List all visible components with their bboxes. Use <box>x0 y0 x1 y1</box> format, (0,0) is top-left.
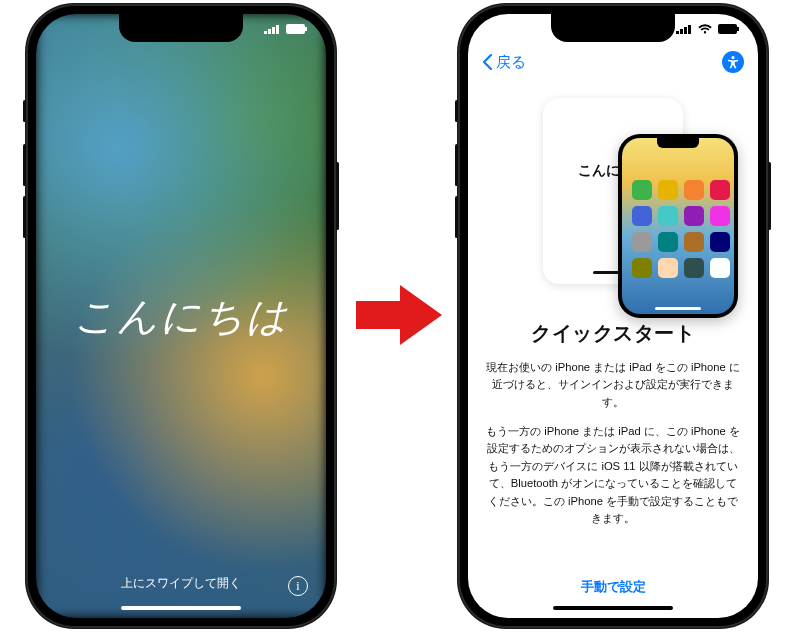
svg-rect-8 <box>680 29 683 34</box>
svg-rect-11 <box>718 24 737 34</box>
volume-down-button[interactable] <box>23 196 26 238</box>
mini-home-indicator <box>655 307 701 310</box>
mini-app-icon <box>684 180 704 200</box>
home-indicator[interactable] <box>553 606 673 610</box>
quickstart-illustration: こんにちは <box>468 98 758 308</box>
mini-app-icon <box>658 180 678 200</box>
mini-app-icon <box>710 180 730 200</box>
svg-rect-7 <box>676 31 679 34</box>
notch <box>551 14 675 42</box>
arrow-right-icon <box>356 276 442 354</box>
notch <box>119 14 243 42</box>
mini-app-icon <box>632 206 652 226</box>
status-bar <box>676 22 740 36</box>
cellular-icon <box>264 24 280 34</box>
svg-rect-5 <box>305 27 307 31</box>
svg-rect-10 <box>688 25 691 34</box>
svg-point-13 <box>731 56 734 59</box>
mute-switch[interactable] <box>455 100 458 122</box>
info-icon: i <box>296 579 299 594</box>
hello-text: こんにちは <box>36 14 326 618</box>
side-button[interactable] <box>768 162 771 230</box>
wifi-icon <box>698 24 712 34</box>
volume-up-button[interactable] <box>455 144 458 186</box>
info-button[interactable]: i <box>288 576 308 596</box>
mini-app-icon <box>684 258 704 278</box>
nav-bar: 戻る <box>468 48 758 76</box>
mini-app-icon <box>710 206 730 226</box>
mini-app-grid <box>632 180 724 278</box>
iphone-hello: こんにちは 上にスワイプして開く i <box>26 4 336 628</box>
accessibility-button[interactable] <box>722 51 744 73</box>
screen-hello[interactable]: こんにちは 上にスワイプして開く i <box>36 14 326 618</box>
swipe-hint[interactable]: 上にスワイプして開く <box>36 575 326 592</box>
svg-marker-6 <box>356 285 442 345</box>
quickstart-paragraph-2: もう一方の iPhone または iPad に、この iPhone を設定するた… <box>486 423 740 527</box>
mini-app-icon <box>658 232 678 252</box>
quickstart-body: クイックスタート 現在お使いの iPhone または iPad をこの iPho… <box>486 320 740 580</box>
cellular-icon <box>676 24 692 34</box>
svg-rect-12 <box>737 27 739 31</box>
screen-quickstart: 戻る こんにちは <box>468 14 758 618</box>
battery-icon <box>718 24 740 34</box>
svg-rect-4 <box>286 24 305 34</box>
mini-app-icon <box>710 232 730 252</box>
svg-rect-2 <box>272 27 275 34</box>
mini-app-icon <box>684 206 704 226</box>
mute-switch[interactable] <box>23 100 26 122</box>
svg-rect-9 <box>684 27 687 34</box>
svg-rect-0 <box>264 31 267 34</box>
setup-manually-link[interactable]: 手動で設定 <box>468 578 758 596</box>
mini-app-icon <box>632 232 652 252</box>
mini-notch <box>657 138 699 148</box>
quickstart-paragraph-1: 現在お使いの iPhone または iPad をこの iPhone に近づけると… <box>486 359 740 411</box>
mini-app-icon <box>684 232 704 252</box>
back-button[interactable]: 戻る <box>482 53 526 72</box>
mini-app-icon <box>632 258 652 278</box>
volume-up-button[interactable] <box>23 144 26 186</box>
home-indicator[interactable] <box>121 606 241 610</box>
status-bar <box>264 22 308 36</box>
svg-rect-1 <box>268 29 271 34</box>
iphone-quickstart: 戻る こんにちは <box>458 4 768 628</box>
mini-app-icon <box>658 206 678 226</box>
svg-rect-3 <box>276 25 279 34</box>
quickstart-title: クイックスタート <box>486 320 740 347</box>
volume-down-button[interactable] <box>455 196 458 238</box>
mini-app-icon <box>710 258 730 278</box>
mini-app-icon <box>632 180 652 200</box>
mini-app-icon <box>658 258 678 278</box>
side-button[interactable] <box>336 162 339 230</box>
accessibility-icon <box>726 55 740 69</box>
battery-icon <box>286 24 308 34</box>
chevron-left-icon <box>482 54 492 70</box>
back-label: 戻る <box>496 53 526 72</box>
new-device-mini <box>618 134 738 318</box>
